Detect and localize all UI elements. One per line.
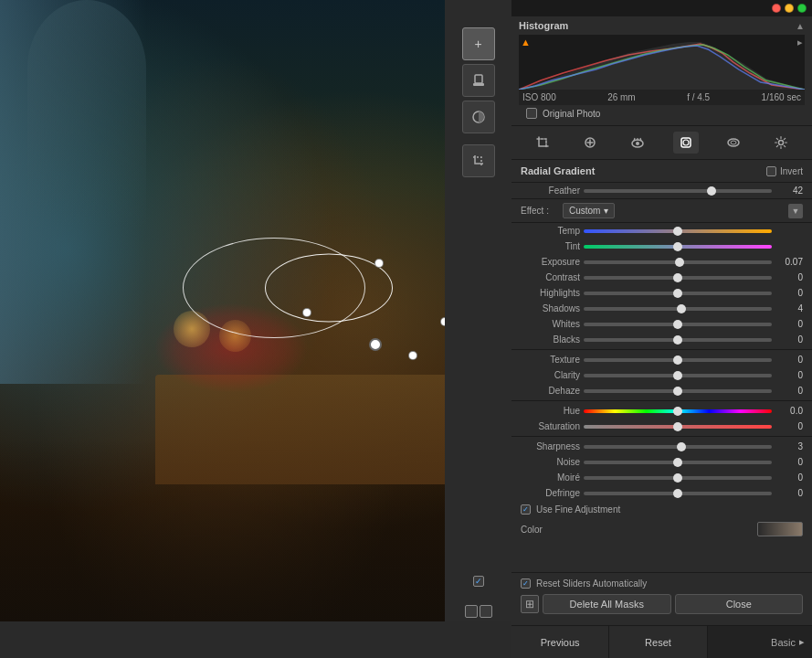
exposure-thumb[interactable] bbox=[675, 258, 684, 267]
shadows-thumb[interactable] bbox=[677, 304, 686, 313]
dropdown-arrow-icon: ▾ bbox=[604, 206, 608, 216]
photo-container[interactable] bbox=[0, 0, 445, 621]
whites-value: 0 bbox=[775, 319, 803, 329]
action-buttons-row: ⊞ Delete All Masks Close bbox=[521, 594, 803, 614]
defringe-thumb[interactable] bbox=[673, 489, 682, 498]
control-point-bottom[interactable] bbox=[408, 351, 417, 360]
sharpness-thumb[interactable] bbox=[677, 442, 686, 451]
effect-label: Effect : bbox=[521, 206, 557, 216]
saturation-track[interactable] bbox=[584, 425, 772, 429]
whites-track[interactable] bbox=[584, 323, 772, 326]
blacks-thumb[interactable] bbox=[673, 335, 682, 345]
temp-label: Temp bbox=[521, 226, 580, 236]
crop-overlay-button[interactable] bbox=[462, 144, 495, 177]
reset-checkbox-row: ✓ Reset Sliders Automatically bbox=[521, 578, 803, 589]
add-mask-button[interactable]: + bbox=[462, 27, 495, 60]
redeye-tool-button[interactable] bbox=[625, 132, 650, 154]
temp-track[interactable] bbox=[584, 229, 772, 233]
color-label-button[interactable] bbox=[480, 605, 492, 618]
before-after-button[interactable] bbox=[462, 101, 495, 133]
contrast-thumb[interactable] bbox=[673, 273, 682, 282]
view-checkbox[interactable]: ✓ bbox=[473, 576, 484, 587]
crop-tool-button[interactable] bbox=[530, 132, 555, 154]
original-photo-bar[interactable]: Original Photo bbox=[519, 105, 805, 122]
clarity-thumb[interactable] bbox=[673, 371, 682, 380]
feather-thumb[interactable] bbox=[707, 186, 716, 196]
panel-header: Radial Gradient Invert bbox=[511, 160, 812, 183]
control-point-left[interactable] bbox=[302, 308, 311, 317]
exif-focal: 26 mm bbox=[607, 92, 636, 102]
left-toolbar: + ✓ bbox=[445, 0, 511, 658]
exposure-track[interactable] bbox=[584, 260, 772, 264]
dehaze-track[interactable] bbox=[584, 389, 772, 393]
heal-tool-button[interactable] bbox=[577, 132, 603, 154]
reset-sliders-checkbox[interactable]: ✓ bbox=[521, 578, 531, 589]
moire-value: 0 bbox=[775, 472, 803, 483]
noise-thumb[interactable] bbox=[673, 458, 682, 467]
noise-value: 0 bbox=[775, 457, 803, 467]
original-photo-checkbox[interactable] bbox=[526, 108, 537, 119]
hue-thumb[interactable] bbox=[673, 407, 682, 416]
shadows-row: Shadows4 bbox=[511, 301, 812, 316]
exposure-label: Exposure bbox=[521, 257, 580, 267]
flag-button[interactable] bbox=[465, 605, 478, 618]
feather-row: Feather 42 bbox=[511, 183, 812, 198]
bottom-section: ✓ Reset Sliders Automatically ⊞ Delete A… bbox=[511, 572, 812, 625]
ellipse-inner[interactable] bbox=[265, 254, 393, 323]
texture-track[interactable] bbox=[584, 358, 772, 362]
feather-track[interactable] bbox=[584, 189, 772, 193]
histogram-warning-icon: ▲ bbox=[521, 37, 531, 48]
highlights-track[interactable] bbox=[584, 292, 772, 295]
hue-track[interactable] bbox=[584, 409, 772, 413]
effect-menu-button[interactable]: ▼ bbox=[788, 204, 803, 218]
effect-dropdown[interactable]: Custom ▾ bbox=[563, 203, 615, 218]
basic-arrow-icon: ▸ bbox=[799, 636, 805, 648]
histogram-section: Histogram ▲ ▲ ▸ ISO 800 26 mm f / 4.5 1/… bbox=[511, 16, 812, 126]
previous-button[interactable]: Previous bbox=[511, 626, 609, 658]
moire-row: Moiré0 bbox=[511, 470, 812, 485]
delete-all-masks-button[interactable]: Delete All Masks bbox=[543, 594, 671, 614]
basic-text: Basic bbox=[771, 637, 796, 648]
defringe-label: Defringe bbox=[521, 488, 580, 498]
blacks-track[interactable] bbox=[584, 338, 772, 342]
noise-track[interactable] bbox=[584, 461, 772, 464]
temp-thumb[interactable] bbox=[673, 227, 682, 236]
texture-thumb[interactable] bbox=[673, 356, 682, 365]
add-mask-list-button[interactable]: ⊞ bbox=[521, 595, 539, 613]
reset-button[interactable]: Reset bbox=[609, 626, 707, 658]
minimize-window-button[interactable] bbox=[785, 4, 794, 13]
radial-gradient-panel[interactable]: Radial Gradient Invert Feather 42 Effect… bbox=[511, 160, 812, 572]
settings-tool-button[interactable] bbox=[768, 132, 794, 154]
radial-tool-button[interactable] bbox=[721, 132, 746, 154]
right-panel: Histogram ▲ ▲ ▸ ISO 800 26 mm f / 4.5 1/… bbox=[511, 0, 812, 658]
saturation-thumb[interactable] bbox=[673, 422, 682, 431]
tint-track[interactable] bbox=[584, 245, 772, 249]
color-row: Color bbox=[511, 518, 812, 540]
sharpness-label: Sharpness bbox=[521, 441, 580, 451]
control-point-center[interactable] bbox=[369, 338, 382, 351]
control-point-top[interactable] bbox=[374, 259, 384, 268]
fine-adjustment-checkbox[interactable]: ✓ bbox=[521, 504, 531, 515]
shadows-track[interactable] bbox=[584, 307, 772, 311]
invert-checkbox[interactable] bbox=[766, 166, 776, 176]
moire-track[interactable] bbox=[584, 476, 772, 480]
svg-point-13 bbox=[778, 141, 783, 145]
color-swatch[interactable] bbox=[757, 522, 803, 536]
maximize-window-button[interactable] bbox=[797, 4, 807, 13]
sharpness-row: Sharpness3 bbox=[511, 439, 812, 454]
edit-button[interactable] bbox=[462, 64, 495, 97]
panel-title: Radial Gradient bbox=[521, 165, 595, 176]
dehaze-thumb[interactable] bbox=[673, 387, 682, 396]
defringe-track[interactable] bbox=[584, 492, 772, 495]
close-button[interactable]: Close bbox=[675, 594, 804, 614]
svg-point-5 bbox=[636, 142, 639, 145]
moire-thumb[interactable] bbox=[673, 473, 682, 483]
close-window-button[interactable] bbox=[772, 4, 781, 13]
contrast-track[interactable] bbox=[584, 276, 772, 280]
masking-tool-button[interactable] bbox=[673, 132, 699, 154]
tint-thumb[interactable] bbox=[673, 242, 682, 251]
whites-thumb[interactable] bbox=[673, 320, 682, 329]
highlights-thumb[interactable] bbox=[673, 289, 682, 298]
clarity-track[interactable] bbox=[584, 374, 772, 377]
sharpness-track[interactable] bbox=[584, 445, 772, 449]
